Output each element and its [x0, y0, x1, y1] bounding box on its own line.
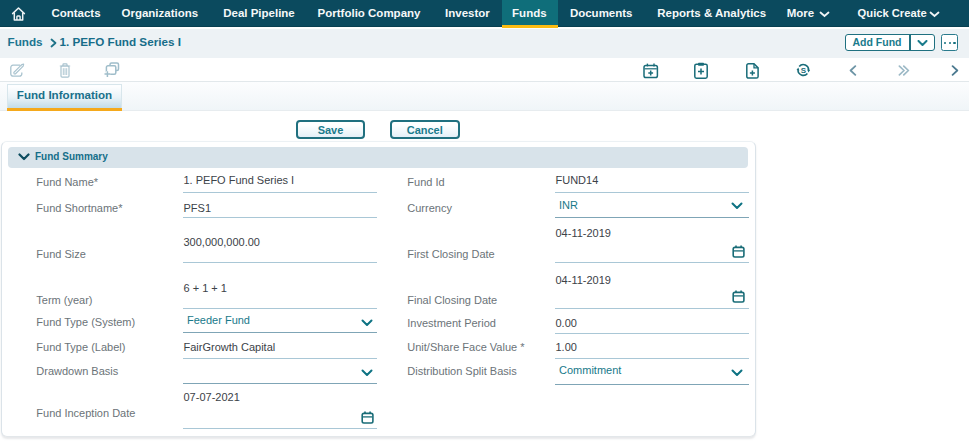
svg-text:S: S	[801, 66, 807, 75]
